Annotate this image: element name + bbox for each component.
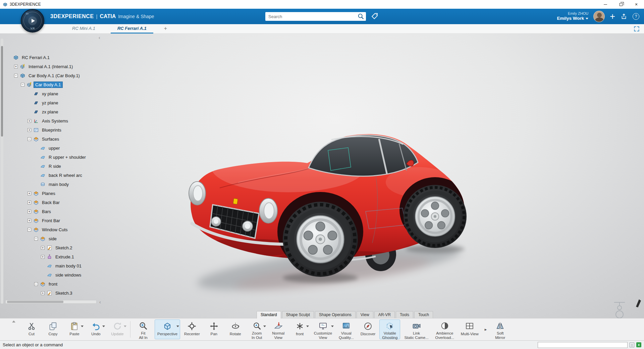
tree-horizontal-scrollbar[interactable]: [5, 300, 97, 304]
tree-expander[interactable]: +: [41, 255, 45, 259]
toolbar-item-rotate[interactable]: Rotate: [225, 319, 246, 339]
document-tab-rc-ferrari-a-1[interactable]: RC Ferrari A.1: [111, 24, 153, 34]
tree-expander[interactable]: −: [14, 74, 18, 78]
dropdown-arrow-icon[interactable]: [176, 326, 179, 327]
dropdown-arrow-icon[interactable]: [102, 326, 105, 327]
tree-expander[interactable]: +: [28, 192, 31, 195]
tree-item-front[interactable]: −front: [4, 280, 111, 289]
toolbar-item-undo[interactable]: Undo: [86, 319, 106, 339]
ribbon-tab-shape-sculpt[interactable]: Shape Sculpt: [282, 311, 314, 318]
tree-item-blueprints[interactable]: +Blueprints: [4, 126, 111, 135]
tree-item-zx-plane[interactable]: zx plane: [4, 107, 111, 116]
tree-item-surfaces[interactable]: −Surfaces: [4, 135, 111, 144]
new-tab-button[interactable]: +: [162, 24, 169, 34]
tree-expander[interactable]: +: [28, 119, 31, 123]
ribbon-tab-ar-vr[interactable]: AR-VR: [374, 311, 395, 318]
action-bar-collapse-handle[interactable]: [11, 320, 16, 324]
toolbar-item-volatile-ghosting[interactable]: VolatileGhosting: [379, 319, 400, 339]
tree-item-yz-plane[interactable]: yz plane: [4, 98, 111, 107]
search-input[interactable]: [265, 12, 366, 21]
toolbar-item-recenter[interactable]: Recenter: [181, 319, 203, 339]
tree-panel-collapse-handle-bottom[interactable]: ‹: [99, 299, 101, 305]
tree-expander[interactable]: +: [14, 65, 18, 68]
toolbar-item-link-static-camera[interactable]: LinkStatic Came...: [401, 319, 431, 339]
toolbar-item-copy[interactable]: Copy: [43, 319, 63, 339]
document-tab-rc-mini-a-1[interactable]: RC Mini A.1: [65, 24, 102, 34]
toolbar-item-ambience-overload[interactable]: AmbienceOverload...: [433, 319, 457, 339]
tree-item-xy-plane[interactable]: xy plane: [4, 89, 111, 98]
close-button[interactable]: ×: [629, 0, 644, 9]
command-search-icon[interactable]: [630, 343, 634, 347]
tree-item-back-bar[interactable]: +Back Bar: [4, 198, 111, 207]
tree-expander[interactable]: −: [28, 137, 31, 141]
toolbar-item-visual-quality[interactable]: VisualQuality...: [336, 319, 357, 339]
tree-panel-collapse-handle[interactable]: ‹: [99, 35, 100, 40]
car-model[interactable]: [188, 123, 483, 301]
ribbon-tab-touch[interactable]: Touch: [414, 311, 433, 318]
tree-item-sketch-3[interactable]: +Sketch.3: [4, 289, 111, 298]
tree-expander[interactable]: +: [28, 210, 31, 213]
add-content-button[interactable]: +: [610, 12, 615, 21]
minimize-button[interactable]: [598, 0, 613, 9]
tree-item-car-body-a-1-car-body-1[interactable]: −Car Body A.1 (Car Body.1): [4, 71, 111, 80]
dropdown-arrow-icon[interactable]: [81, 326, 84, 327]
dropdown-arrow-icon[interactable]: [306, 326, 309, 327]
toolbar-item-cut[interactable]: Cut: [21, 319, 42, 339]
tree-expander[interactable]: +: [28, 128, 31, 132]
toolbar-item-multi-view[interactable]: Multi-View: [458, 319, 481, 339]
tree-expander[interactable]: −: [21, 83, 24, 87]
tree-expander[interactable]: −: [34, 237, 38, 241]
toolbar-item-customize-view[interactable]: CustomizeView: [311, 319, 335, 339]
tree-item-bars[interactable]: +Bars: [4, 207, 111, 216]
tree-item-sketch-2[interactable]: +Sketch.2: [4, 243, 111, 252]
toolbar-item-soft-mirror[interactable]: SoftMirror: [490, 319, 510, 339]
tree-expander[interactable]: +: [28, 219, 31, 222]
toolbar-item-zoom-in-out[interactable]: ZoomIn Out: [247, 319, 267, 339]
tree-item-axis-systems[interactable]: +Axis Systems: [4, 116, 111, 126]
tree-item-front-bar[interactable]: +Front Bar: [4, 216, 111, 225]
tree-item-extrude-1[interactable]: +Extrude.1: [4, 252, 111, 261]
avatar[interactable]: [593, 11, 605, 22]
command-input[interactable]: [538, 342, 628, 348]
ribbon-tab-standard[interactable]: Standard: [257, 311, 281, 318]
restore-viewport-icon[interactable]: [633, 26, 640, 32]
tree-expander[interactable]: +: [28, 201, 31, 204]
dropdown-arrow-icon[interactable]: [263, 326, 266, 327]
ribbon-tab-shape-operations[interactable]: Shape Operations: [315, 311, 356, 318]
toolbar-item-fit-all-in[interactable]: FitAll In: [133, 319, 153, 339]
ribbon-tab-view[interactable]: View: [357, 311, 373, 318]
ribbon-tab-tools[interactable]: Tools: [396, 311, 413, 318]
rear-wheel[interactable]: [404, 185, 467, 248]
tree-item-side[interactable]: −side: [4, 234, 111, 243]
toolbar-item-update[interactable]: Update: [107, 319, 127, 339]
tree-item-main-body[interactable]: main body: [4, 180, 111, 189]
dropdown-arrow-icon[interactable]: [331, 326, 334, 327]
toolbar-item-normal-view[interactable]: NormalView: [268, 319, 288, 339]
tree-vscroll-thumb[interactable]: [1, 46, 3, 137]
compass-play-button[interactable]: [28, 16, 37, 25]
dropdown-arrow-icon[interactable]: [124, 326, 126, 327]
toolbar-item-discover[interactable]: Discover: [358, 319, 378, 339]
search-icon[interactable]: [357, 13, 365, 20]
tree-item-upper[interactable]: upper: [4, 144, 111, 153]
tree-expander[interactable]: −: [34, 282, 38, 286]
tag-icon[interactable]: [371, 12, 379, 20]
tree-vertical-scrollbar[interactable]: [1, 39, 3, 304]
tree-hscroll-thumb[interactable]: [7, 301, 63, 303]
tree-item-internal-a-1-internal-1[interactable]: +Internal A.1 (Internal.1): [4, 62, 111, 71]
toolbar-item-pan[interactable]: Pan: [204, 319, 224, 339]
restore-button[interactable]: [613, 0, 629, 9]
compass-widget[interactable]: 3D V.R: [21, 9, 44, 33]
tree-expander[interactable]: −: [28, 228, 31, 232]
tree-item-main-body-01[interactable]: main body 01: [4, 261, 111, 270]
tree-item-rc-ferrari-a-1[interactable]: RC Ferrari A.1: [4, 53, 111, 62]
tree-item-side-windows[interactable]: side windows: [4, 270, 111, 280]
search-box[interactable]: [265, 12, 366, 21]
tree-item-r-side[interactable]: R side: [4, 162, 111, 171]
help-button[interactable]: ?: [633, 13, 639, 20]
tree-item-window-cuts[interactable]: −Window Cuts: [4, 225, 111, 234]
toolbar-item-perspective[interactable]: Perspective: [155, 319, 180, 339]
toolbar-item-front-view[interactable]: front: [290, 319, 310, 339]
front-wheel[interactable]: [283, 202, 358, 277]
tree-item-planes[interactable]: +Planes: [4, 189, 111, 198]
